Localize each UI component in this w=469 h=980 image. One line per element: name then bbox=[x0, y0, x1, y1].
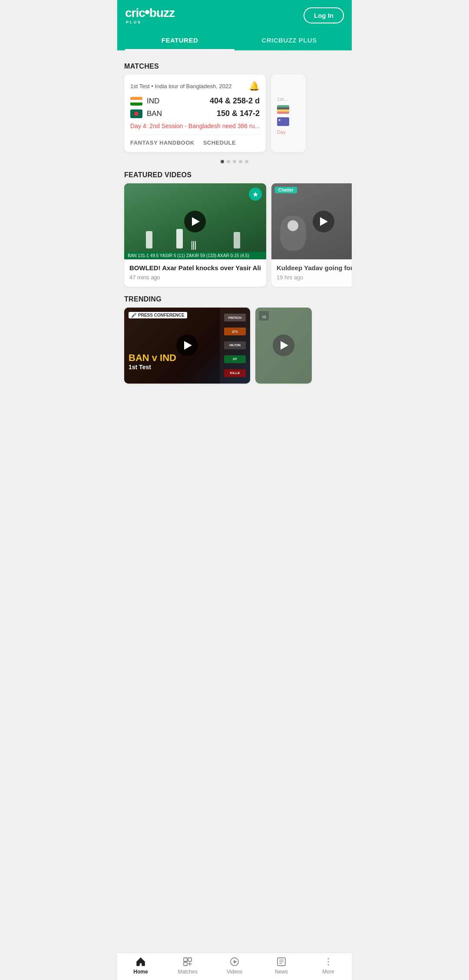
video-title-1: BOWLED! Axar Patel knocks over Yasir Ali bbox=[129, 264, 261, 272]
video-badge-1: ★ bbox=[249, 188, 262, 201]
logo: cric buzz PLUS bbox=[125, 6, 175, 24]
play-button-trending[interactable] bbox=[176, 334, 198, 356]
play-button-2[interactable] bbox=[313, 211, 334, 232]
trending-card-2[interactable]: 📹 bbox=[255, 308, 312, 384]
team-row-ban: BAN 150 & 147-2 bbox=[130, 109, 260, 118]
player-silhouette-3 bbox=[234, 232, 240, 248]
sponsor-5: KILLE bbox=[224, 369, 246, 377]
trending-card-1[interactable]: FINTECH 271 HILTON GT KILLE bbox=[124, 308, 250, 384]
schedule-button[interactable]: SCHEDULE bbox=[203, 139, 236, 146]
video-info-1: BOWLED! Axar Patel knocks over Yasir Ali… bbox=[124, 259, 266, 287]
team-score-ban: 150 & 147-2 bbox=[217, 109, 260, 118]
team-row-ind: IND 404 & 258-2 d bbox=[130, 96, 260, 106]
player-silhouette-2 bbox=[176, 229, 183, 248]
bell-icon[interactable]: 🔔 bbox=[249, 81, 260, 91]
team-name-ban: BAN bbox=[147, 109, 173, 118]
play-button-1[interactable] bbox=[184, 211, 206, 232]
press-conf-text: PRESS CONFERENCE bbox=[138, 313, 185, 318]
matches-scroll[interactable]: 1st Test • India tour of Bangladesh, 202… bbox=[117, 75, 352, 156]
video-thumb-1: ★ BAN 131-1 49.5 YASIR 5 (11) ZAKIR 59 (… bbox=[124, 183, 266, 259]
sponsor-2: 271 bbox=[224, 328, 246, 335]
video-card-2[interactable]: Chatter WIDE Kuldeep Yadav going forward… bbox=[271, 183, 352, 287]
match-card[interactable]: 1st Test • India tour of Bangladesh, 202… bbox=[124, 75, 266, 152]
video-info-2: Kuldeep Yadav going forward: 19 hrs ago bbox=[271, 259, 352, 287]
match-card-partial[interactable]: 1st... ★ Day bbox=[271, 75, 306, 152]
match-overlay-title: BAN v IND bbox=[129, 353, 176, 363]
play-triangle-trending bbox=[184, 341, 192, 350]
flag-india bbox=[130, 97, 142, 106]
match-overlay-subtitle: 1st Test bbox=[129, 364, 176, 371]
person-silhouette bbox=[280, 216, 306, 251]
score-overlay: 📹 bbox=[259, 311, 269, 321]
press-conf-bg: FINTECH 271 HILTON GT KILLE bbox=[124, 308, 250, 384]
logo-text: cric bbox=[125, 6, 145, 20]
matches-section-title: MATCHES bbox=[117, 57, 352, 75]
trending-scroll[interactable]: FINTECH 271 HILTON GT KILLE bbox=[117, 308, 352, 387]
video-title-2: Kuldeep Yadav going forward: bbox=[277, 264, 352, 272]
mic-icon: 🎤 bbox=[131, 313, 136, 318]
logo-main: cric buzz bbox=[125, 6, 175, 20]
logo-wrap: cric buzz PLUS bbox=[125, 6, 175, 24]
match-overlay: BAN v IND 1st Test bbox=[129, 353, 176, 370]
logo-plus: PLUS bbox=[126, 20, 175, 24]
dot-2 bbox=[227, 160, 230, 163]
sponsor-4: GT bbox=[224, 355, 246, 363]
header-nav-tabs: FEATURED CRICBUZZ PLUS bbox=[125, 31, 344, 50]
trending-thumb-2-bg: 📹 bbox=[255, 308, 312, 384]
sponsor-3: HILTON bbox=[224, 341, 246, 349]
match-header: 1st Test • India tour of Bangladesh, 202… bbox=[130, 81, 260, 91]
fantasy-handbook-button[interactable]: FANTASY HANDBOOK bbox=[130, 139, 195, 146]
play-triangle-2 bbox=[320, 217, 328, 226]
dot-3 bbox=[233, 160, 236, 163]
logo-ball bbox=[145, 10, 149, 14]
dot-4 bbox=[239, 160, 242, 163]
sponsor-1: FINTECH bbox=[224, 314, 246, 321]
play-button-trending-2[interactable] bbox=[273, 334, 294, 356]
logo-text2: buzz bbox=[149, 6, 175, 20]
video-card-1[interactable]: ★ BAN 131-1 49.5 YASIR 5 (11) ZAKIR 59 (… bbox=[124, 183, 266, 287]
dots-indicator bbox=[117, 160, 352, 163]
player-silhouette-1 bbox=[146, 231, 152, 248]
tab-featured[interactable]: FEATURED bbox=[125, 31, 234, 50]
score-bar-text: BAN 131-1 49.5 YASIR 5 (11) ZAKIR 59 (13… bbox=[128, 253, 249, 258]
videos-scroll[interactable]: ★ BAN 131-1 49.5 YASIR 5 (11) ZAKIR 59 (… bbox=[117, 183, 352, 290]
flag-bangladesh bbox=[130, 109, 142, 118]
video-time-2: 19 hrs ago bbox=[277, 274, 352, 281]
header-top: cric buzz PLUS Log In bbox=[125, 6, 344, 24]
play-triangle bbox=[192, 217, 200, 226]
main-content: MATCHES 1st Test • India tour of Banglad… bbox=[117, 50, 352, 426]
star-icon: ★ bbox=[252, 190, 258, 199]
match-series: 1st Test • India tour of Bangladesh, 202… bbox=[130, 83, 231, 89]
chatter-badge: Chatter bbox=[275, 187, 297, 193]
trending-thumb-1: FINTECH 271 HILTON GT KILLE bbox=[124, 308, 250, 384]
video-time-1: 47 mins ago bbox=[129, 274, 261, 281]
video-thumb-2: Chatter WIDE bbox=[271, 183, 352, 259]
match-actions: FANTASY HANDBOOK SCHEDULE bbox=[130, 135, 260, 146]
team-score-ind: 404 & 258-2 d bbox=[210, 96, 260, 106]
press-conf-label: 🎤 PRESS CONFERENCE bbox=[129, 312, 187, 318]
wickets bbox=[192, 241, 196, 250]
trending-section-title: TRENDING bbox=[117, 290, 352, 308]
team-name-ind: IND bbox=[147, 97, 173, 106]
login-button[interactable]: Log In bbox=[304, 7, 344, 23]
dot-1 bbox=[221, 160, 224, 163]
tab-cricbuzz-plus[interactable]: CRICBUZZ PLUS bbox=[234, 31, 344, 50]
video-score-bar-1: BAN 131-1 49.5 YASIR 5 (11) ZAKIR 59 (13… bbox=[124, 252, 266, 259]
featured-videos-title: FEATURED VIDEOS bbox=[117, 166, 352, 183]
sponsors-panel: FINTECH 271 HILTON GT KILLE bbox=[220, 308, 250, 384]
header: cric buzz PLUS Log In FEATURED CRICBUZZ … bbox=[117, 0, 352, 50]
score-overlay-text: 📹 bbox=[261, 315, 266, 319]
play-triangle-trending-2 bbox=[281, 341, 288, 350]
match-status: Day 4: 2nd Session - Bangladesh need 366… bbox=[130, 122, 260, 129]
cricket-scene-bg-2 bbox=[271, 183, 352, 259]
dot-5 bbox=[245, 160, 248, 163]
